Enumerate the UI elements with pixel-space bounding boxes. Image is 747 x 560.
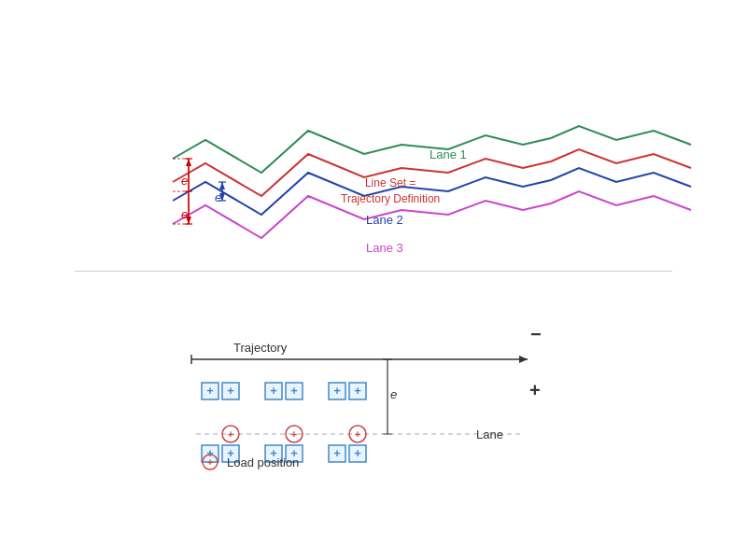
bottom-diagram: + + + + + + + + + + + + + + + <box>0 289 747 551</box>
svg-text:+: + <box>333 446 341 460</box>
lane3-label: Lane 3 <box>366 241 403 255</box>
svg-text:+: + <box>228 428 233 440</box>
svg-text:+: + <box>291 428 297 440</box>
lane-label-bottom: Lane <box>476 427 503 441</box>
load-position-legend: + Load position <box>201 453 299 471</box>
e-label-top-3: e <box>181 207 188 221</box>
svg-text:+: + <box>354 446 361 460</box>
top-section: e e e Lane 1 Line Set = Trajectory Defin… <box>0 37 747 280</box>
lane2-label: Lane 2 <box>366 213 403 227</box>
svg-text:+: + <box>333 384 341 398</box>
svg-text:+: + <box>355 428 360 440</box>
plus-label: + <box>529 380 541 401</box>
svg-text:+: + <box>227 384 234 398</box>
svg-text:+: + <box>270 384 277 398</box>
svg-marker-18 <box>519 356 528 363</box>
svg-marker-12 <box>219 182 225 189</box>
svg-marker-5 <box>186 159 191 166</box>
e-label-top-2: e <box>215 190 221 204</box>
e-label-bottom: e <box>390 387 397 401</box>
svg-text:+: + <box>354 384 361 398</box>
minus-label: − <box>530 324 542 345</box>
lane1-label: Lane 1 <box>430 147 467 161</box>
svg-text:+: + <box>290 384 298 398</box>
lineset-text: Line Set = Trajectory Definition <box>341 176 440 205</box>
trajectory-label: Trajectory <box>233 341 287 355</box>
section-divider <box>75 271 672 272</box>
svg-text:+: + <box>207 456 213 468</box>
bottom-section: + + + + + + + + + + + + + + + <box>0 289 747 551</box>
load-position-icon: + <box>201 453 219 471</box>
lineset-label: Line Set = Trajectory Definition <box>341 175 440 207</box>
svg-text:+: + <box>206 384 214 398</box>
e-label-top-1: e <box>181 174 188 188</box>
load-position-label: Load position <box>227 455 299 469</box>
